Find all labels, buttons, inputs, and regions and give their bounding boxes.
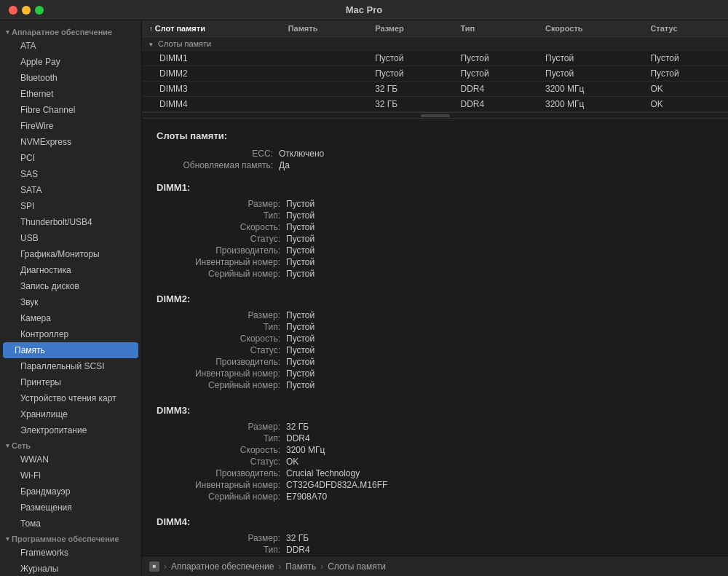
sidebar-item-parallel-scsi[interactable]: Параллельный SCSI xyxy=(0,358,141,374)
dimm-blocks: DIMM1:Размер:ПустойТип:ПустойСкорость:Пу… xyxy=(157,182,713,556)
dimm-1-label-0: Размер: xyxy=(164,199,280,209)
dimm-1-label-4: Производитель: xyxy=(164,245,280,256)
sidebar-item-sas[interactable]: SAS xyxy=(0,166,141,182)
updatable-value: Да xyxy=(279,160,290,170)
dimm-3-label-2: Скорость: xyxy=(164,445,280,455)
dimm-2-field-1: Тип:Пустой xyxy=(164,322,713,332)
sidebar-item-card-reader[interactable]: Устройство чтения карт xyxy=(0,390,141,406)
sidebar-item-camera[interactable]: Камера xyxy=(0,310,141,326)
dimm-1-label-3: Статус: xyxy=(164,234,280,244)
col-type[interactable]: Тип xyxy=(453,20,538,37)
sidebar-item-wifi[interactable]: Wi-Fi xyxy=(0,467,141,484)
sidebar-item-disk-burn[interactable]: Запись дисков xyxy=(0,278,141,294)
dimm-3-value-2: 3200 МГц xyxy=(286,445,325,455)
sidebar-item-usb[interactable]: USB xyxy=(0,230,141,246)
dimm-title-4: DIMM4: xyxy=(157,516,713,527)
dimm-2-field-5: Инвентарный номер:Пустой xyxy=(164,368,713,379)
sidebar-item-firewire[interactable]: FireWire xyxy=(0,118,141,134)
sidebar-item-nvme[interactable]: NVMExpress xyxy=(0,134,141,150)
sidebar-item-apple-pay[interactable]: Apple Pay xyxy=(0,54,141,70)
sidebar-item-ethernet[interactable]: Ethernet xyxy=(0,86,141,102)
dimm-3-field-3: Статус:OK xyxy=(164,457,713,467)
scroll-divider xyxy=(142,113,728,119)
sidebar-item-sata[interactable]: SATA xyxy=(0,182,141,198)
sidebar-item-power[interactable]: Электропитание xyxy=(0,422,141,438)
dimm-3-field-5: Инвентарный номер:CT32G4DFD832A.M16FF xyxy=(164,480,713,490)
sidebar-item-logs[interactable]: Журналы xyxy=(0,561,141,576)
dimm-2-label-5: Инвентарный номер: xyxy=(164,368,280,379)
dimm-1-value-4: Пустой xyxy=(286,245,314,256)
sidebar-item-memory[interactable]: Память xyxy=(3,342,138,358)
breadcrumb-sep: › xyxy=(278,561,281,572)
maximize-button[interactable] xyxy=(35,6,44,15)
table-row[interactable]: DIMM1 Пустой Пустой Пустой Пустой xyxy=(142,51,728,66)
minimize-button[interactable] xyxy=(22,6,31,15)
sidebar-item-spi[interactable]: SPI xyxy=(0,198,141,214)
dimm-1-label-5: Инвентарный номер: xyxy=(164,257,280,267)
dimm-title-1: DIMM1: xyxy=(157,182,713,193)
table-group-row[interactable]: ▾ Слоты памяти xyxy=(142,37,728,51)
dimm-1-field-3: Статус:Пустой xyxy=(164,234,713,244)
detail-main-title: Слоты памяти: xyxy=(157,130,713,141)
col-speed[interactable]: Скорость xyxy=(538,20,643,37)
memory-table: Слот памяти Память Размер Тип Скорость С… xyxy=(142,20,728,112)
sidebar-item-pci[interactable]: PCI xyxy=(0,150,141,166)
sidebar-item-bluetooth[interactable]: Bluetooth xyxy=(0,70,141,86)
table-row[interactable]: DIMM2 Пустой Пустой Пустой Пустой xyxy=(142,66,728,82)
sidebar-section-hardware[interactable]: ▾ Аппаратное обеспечение xyxy=(0,25,141,38)
sidebar-item-wwan[interactable]: WWAN xyxy=(0,451,141,467)
dimm-1-value-0: Пустой xyxy=(286,199,314,209)
close-button[interactable] xyxy=(9,6,17,15)
sidebar-item-fibre[interactable]: Fibre Channel xyxy=(0,102,141,118)
dimm-block-4: DIMM4:Размер:32 ГБТип:DDR4Скорость:3200 … xyxy=(157,516,713,556)
dimm-1-value-6: Пустой xyxy=(286,269,314,279)
sidebar-item-controller[interactable]: Контроллер xyxy=(0,326,141,342)
dimm-3-value-0: 32 ГБ xyxy=(286,422,309,432)
col-status[interactable]: Статус xyxy=(643,20,728,37)
dimm-1-field-1: Тип:Пустой xyxy=(164,210,713,221)
detail-ecc-row: ECC: Отключено xyxy=(157,149,713,159)
dimm-2-label-3: Статус: xyxy=(164,345,280,355)
dimm-1-field-2: Скорость:Пустой xyxy=(164,222,713,232)
sidebar-section-network[interactable]: ▾ Сеть xyxy=(0,438,141,451)
main-layout: ▾ Аппаратное обеспечение ATA Apple Pay B… xyxy=(0,20,728,576)
dimm-4-value-1: DDR4 xyxy=(286,545,310,555)
dimm-rows-4: Размер:32 ГБТип:DDR4Скорость:3200 МГцСта… xyxy=(157,533,713,556)
sidebar-item-diagnostics[interactable]: Диагностика xyxy=(0,262,141,278)
sidebar-item-volumes[interactable]: Тома xyxy=(0,516,141,532)
dimm-3-field-6: Серийный номер:E7908A70 xyxy=(164,492,713,502)
dimm-3-field-2: Скорость:3200 МГц xyxy=(164,445,713,455)
dimm-block-3: DIMM3:Размер:32 ГБТип:DDR4Скорость:3200 … xyxy=(157,405,713,502)
sidebar-item-thunderbolt[interactable]: Thunderbolt/USB4 xyxy=(0,214,141,230)
sidebar-section-software[interactable]: ▾ Программное обеспечение xyxy=(0,532,141,545)
sidebar-item-ata[interactable]: ATA xyxy=(0,38,141,54)
sidebar-item-printers[interactable]: Принтеры xyxy=(0,374,141,390)
breadcrumb-sep: › xyxy=(164,561,167,572)
table-row[interactable]: DIMM3 32 ГБ DDR4 3200 МГц OK xyxy=(142,82,728,97)
sidebar-item-graphics[interactable]: Графика/Мониторы xyxy=(0,246,141,262)
dimm-2-label-2: Скорость: xyxy=(164,334,280,344)
sidebar-item-locations[interactable]: Размещения xyxy=(0,500,141,516)
chevron-icon: ▾ xyxy=(6,442,9,449)
detail-area: Слоты памяти: ECC: Отключено Обновляемая… xyxy=(142,119,728,556)
sidebar-item-sound[interactable]: Звук xyxy=(0,294,141,310)
dimm-2-field-2: Скорость:Пустой xyxy=(164,334,713,344)
dimm-4-label-1: Тип: xyxy=(164,545,280,555)
dimm-title-2: DIMM2: xyxy=(157,293,713,304)
sidebar-item-frameworks[interactable]: Frameworks xyxy=(0,545,141,561)
dimm-3-field-4: Производитель:Crucial Technology xyxy=(164,468,713,478)
scroll-indicator xyxy=(421,114,450,117)
dimm-4-field-0: Размер:32 ГБ xyxy=(164,533,713,543)
breadcrumb-sep: › xyxy=(320,561,323,572)
table-row[interactable]: DIMM4 32 ГБ DDR4 3200 МГц OK xyxy=(142,97,728,112)
breadcrumb-bar: ■ › Аппаратное обеспечение › Память › Сл… xyxy=(142,556,728,576)
dimm-block-2: DIMM2:Размер:ПустойТип:ПустойСкорость:Пу… xyxy=(157,293,713,390)
dimm-1-value-1: Пустой xyxy=(286,210,314,221)
chevron-icon: ▾ xyxy=(6,28,9,36)
sidebar-item-firewall[interactable]: Брандмауэр xyxy=(0,484,141,500)
sidebar-item-storage[interactable]: Хранилище xyxy=(0,406,141,422)
col-slot[interactable]: Слот памяти xyxy=(142,20,281,37)
col-size[interactable]: Размер xyxy=(368,20,453,37)
dimm-2-value-6: Пустой xyxy=(286,380,314,390)
col-memory[interactable]: Память xyxy=(281,20,368,37)
